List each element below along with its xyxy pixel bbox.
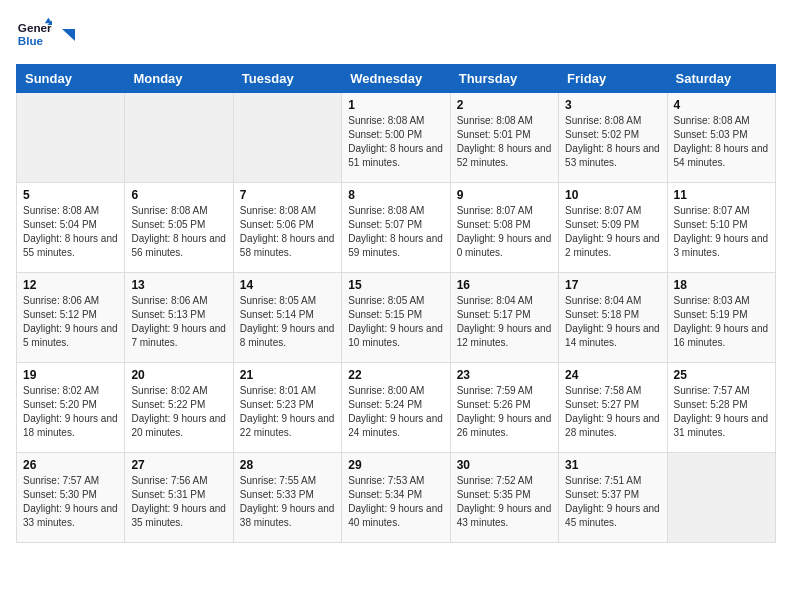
day-info: Sunrise: 8:02 AMSunset: 5:22 PMDaylight:… <box>131 384 226 440</box>
calendar-cell: 15Sunrise: 8:05 AMSunset: 5:15 PMDayligh… <box>342 273 450 363</box>
logo-triangle-icon <box>57 27 75 45</box>
day-info: Sunrise: 7:58 AMSunset: 5:27 PMDaylight:… <box>565 384 660 440</box>
calendar-cell: 27Sunrise: 7:56 AMSunset: 5:31 PMDayligh… <box>125 453 233 543</box>
svg-marker-4 <box>62 29 75 41</box>
calendar-cell: 17Sunrise: 8:04 AMSunset: 5:18 PMDayligh… <box>559 273 667 363</box>
day-number: 2 <box>457 98 552 112</box>
logo: General Blue <box>16 16 76 52</box>
calendar-cell: 8Sunrise: 8:08 AMSunset: 5:07 PMDaylight… <box>342 183 450 273</box>
calendar-header-row: SundayMondayTuesdayWednesdayThursdayFrid… <box>17 65 776 93</box>
calendar-cell: 23Sunrise: 7:59 AMSunset: 5:26 PMDayligh… <box>450 363 558 453</box>
day-info: Sunrise: 8:04 AMSunset: 5:17 PMDaylight:… <box>457 294 552 350</box>
calendar-cell: 1Sunrise: 8:08 AMSunset: 5:00 PMDaylight… <box>342 93 450 183</box>
day-info: Sunrise: 8:02 AMSunset: 5:20 PMDaylight:… <box>23 384 118 440</box>
calendar-cell: 19Sunrise: 8:02 AMSunset: 5:20 PMDayligh… <box>17 363 125 453</box>
day-number: 28 <box>240 458 335 472</box>
day-number: 10 <box>565 188 660 202</box>
day-info: Sunrise: 8:07 AMSunset: 5:08 PMDaylight:… <box>457 204 552 260</box>
day-info: Sunrise: 8:08 AMSunset: 5:02 PMDaylight:… <box>565 114 660 170</box>
calendar-cell: 13Sunrise: 8:06 AMSunset: 5:13 PMDayligh… <box>125 273 233 363</box>
calendar-header-tuesday: Tuesday <box>233 65 341 93</box>
calendar-cell: 21Sunrise: 8:01 AMSunset: 5:23 PMDayligh… <box>233 363 341 453</box>
day-info: Sunrise: 8:06 AMSunset: 5:12 PMDaylight:… <box>23 294 118 350</box>
day-number: 29 <box>348 458 443 472</box>
day-info: Sunrise: 7:51 AMSunset: 5:37 PMDaylight:… <box>565 474 660 530</box>
calendar-cell: 20Sunrise: 8:02 AMSunset: 5:22 PMDayligh… <box>125 363 233 453</box>
day-number: 12 <box>23 278 118 292</box>
logo-icon: General Blue <box>16 16 52 52</box>
calendar-cell: 31Sunrise: 7:51 AMSunset: 5:37 PMDayligh… <box>559 453 667 543</box>
calendar-cell: 5Sunrise: 8:08 AMSunset: 5:04 PMDaylight… <box>17 183 125 273</box>
calendar-cell: 7Sunrise: 8:08 AMSunset: 5:06 PMDaylight… <box>233 183 341 273</box>
day-number: 25 <box>674 368 769 382</box>
page-header: General Blue <box>16 16 776 52</box>
day-info: Sunrise: 8:04 AMSunset: 5:18 PMDaylight:… <box>565 294 660 350</box>
day-info: Sunrise: 7:59 AMSunset: 5:26 PMDaylight:… <box>457 384 552 440</box>
day-number: 15 <box>348 278 443 292</box>
calendar-cell: 18Sunrise: 8:03 AMSunset: 5:19 PMDayligh… <box>667 273 775 363</box>
day-number: 24 <box>565 368 660 382</box>
calendar-header-thursday: Thursday <box>450 65 558 93</box>
calendar-cell: 4Sunrise: 8:08 AMSunset: 5:03 PMDaylight… <box>667 93 775 183</box>
day-number: 20 <box>131 368 226 382</box>
calendar-cell: 29Sunrise: 7:53 AMSunset: 5:34 PMDayligh… <box>342 453 450 543</box>
day-info: Sunrise: 7:56 AMSunset: 5:31 PMDaylight:… <box>131 474 226 530</box>
day-number: 27 <box>131 458 226 472</box>
day-info: Sunrise: 7:55 AMSunset: 5:33 PMDaylight:… <box>240 474 335 530</box>
svg-text:Blue: Blue <box>18 34 44 47</box>
day-number: 3 <box>565 98 660 112</box>
calendar-header-wednesday: Wednesday <box>342 65 450 93</box>
day-number: 17 <box>565 278 660 292</box>
day-number: 8 <box>348 188 443 202</box>
day-info: Sunrise: 8:00 AMSunset: 5:24 PMDaylight:… <box>348 384 443 440</box>
calendar-cell: 24Sunrise: 7:58 AMSunset: 5:27 PMDayligh… <box>559 363 667 453</box>
day-info: Sunrise: 7:53 AMSunset: 5:34 PMDaylight:… <box>348 474 443 530</box>
day-number: 1 <box>348 98 443 112</box>
calendar-cell <box>233 93 341 183</box>
day-number: 5 <box>23 188 118 202</box>
day-info: Sunrise: 7:52 AMSunset: 5:35 PMDaylight:… <box>457 474 552 530</box>
calendar-week-row: 1Sunrise: 8:08 AMSunset: 5:00 PMDaylight… <box>17 93 776 183</box>
calendar-cell: 11Sunrise: 8:07 AMSunset: 5:10 PMDayligh… <box>667 183 775 273</box>
day-number: 21 <box>240 368 335 382</box>
calendar-cell: 9Sunrise: 8:07 AMSunset: 5:08 PMDaylight… <box>450 183 558 273</box>
day-number: 9 <box>457 188 552 202</box>
day-info: Sunrise: 8:05 AMSunset: 5:14 PMDaylight:… <box>240 294 335 350</box>
day-info: Sunrise: 8:08 AMSunset: 5:07 PMDaylight:… <box>348 204 443 260</box>
day-info: Sunrise: 8:08 AMSunset: 5:03 PMDaylight:… <box>674 114 769 170</box>
day-info: Sunrise: 8:08 AMSunset: 5:01 PMDaylight:… <box>457 114 552 170</box>
day-number: 7 <box>240 188 335 202</box>
calendar-cell <box>17 93 125 183</box>
day-number: 31 <box>565 458 660 472</box>
calendar-cell: 30Sunrise: 7:52 AMSunset: 5:35 PMDayligh… <box>450 453 558 543</box>
day-info: Sunrise: 8:01 AMSunset: 5:23 PMDaylight:… <box>240 384 335 440</box>
day-number: 18 <box>674 278 769 292</box>
day-number: 26 <box>23 458 118 472</box>
calendar-week-row: 26Sunrise: 7:57 AMSunset: 5:30 PMDayligh… <box>17 453 776 543</box>
day-number: 30 <box>457 458 552 472</box>
calendar-header-friday: Friday <box>559 65 667 93</box>
day-info: Sunrise: 8:08 AMSunset: 5:00 PMDaylight:… <box>348 114 443 170</box>
calendar-cell: 28Sunrise: 7:55 AMSunset: 5:33 PMDayligh… <box>233 453 341 543</box>
calendar-header-sunday: Sunday <box>17 65 125 93</box>
day-number: 6 <box>131 188 226 202</box>
calendar-week-row: 5Sunrise: 8:08 AMSunset: 5:04 PMDaylight… <box>17 183 776 273</box>
day-info: Sunrise: 8:07 AMSunset: 5:10 PMDaylight:… <box>674 204 769 260</box>
calendar-cell: 12Sunrise: 8:06 AMSunset: 5:12 PMDayligh… <box>17 273 125 363</box>
calendar-cell <box>125 93 233 183</box>
day-number: 14 <box>240 278 335 292</box>
day-info: Sunrise: 8:03 AMSunset: 5:19 PMDaylight:… <box>674 294 769 350</box>
day-info: Sunrise: 7:57 AMSunset: 5:30 PMDaylight:… <box>23 474 118 530</box>
calendar-cell: 25Sunrise: 7:57 AMSunset: 5:28 PMDayligh… <box>667 363 775 453</box>
day-number: 4 <box>674 98 769 112</box>
day-info: Sunrise: 8:07 AMSunset: 5:09 PMDaylight:… <box>565 204 660 260</box>
calendar-cell: 3Sunrise: 8:08 AMSunset: 5:02 PMDaylight… <box>559 93 667 183</box>
calendar-cell: 2Sunrise: 8:08 AMSunset: 5:01 PMDaylight… <box>450 93 558 183</box>
day-info: Sunrise: 8:06 AMSunset: 5:13 PMDaylight:… <box>131 294 226 350</box>
calendar-cell: 16Sunrise: 8:04 AMSunset: 5:17 PMDayligh… <box>450 273 558 363</box>
day-info: Sunrise: 8:05 AMSunset: 5:15 PMDaylight:… <box>348 294 443 350</box>
calendar-table: SundayMondayTuesdayWednesdayThursdayFrid… <box>16 64 776 543</box>
day-number: 22 <box>348 368 443 382</box>
day-number: 11 <box>674 188 769 202</box>
day-number: 23 <box>457 368 552 382</box>
